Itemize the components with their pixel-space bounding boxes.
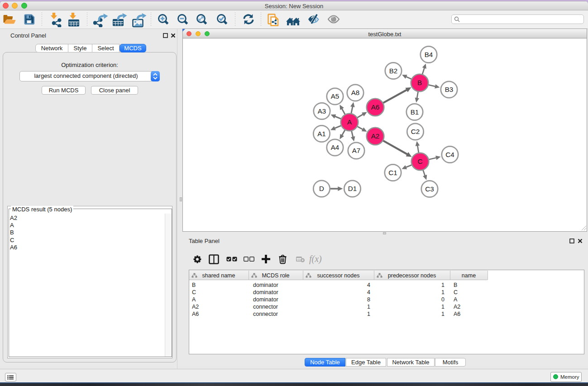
- svg-text:D1: D1: [348, 185, 357, 192]
- svg-text:B1: B1: [411, 108, 419, 116]
- svg-text:C1: C1: [388, 169, 397, 176]
- svg-text:A: A: [347, 118, 352, 126]
- svg-text:A6: A6: [371, 103, 380, 111]
- svg-text:A3: A3: [318, 107, 326, 115]
- svg-text:D: D: [319, 185, 324, 192]
- svg-text:A4: A4: [331, 143, 339, 151]
- svg-text:A2: A2: [371, 132, 380, 140]
- svg-text:C: C: [418, 157, 423, 165]
- svg-text:A5: A5: [331, 92, 339, 100]
- svg-text:C2: C2: [411, 128, 420, 135]
- svg-text:B3: B3: [445, 86, 454, 93]
- svg-text:A8: A8: [351, 89, 360, 96]
- svg-text:B4: B4: [425, 51, 433, 58]
- svg-text:A7: A7: [352, 147, 361, 154]
- svg-text:B: B: [417, 79, 422, 86]
- svg-text:C3: C3: [425, 185, 434, 193]
- svg-text:B2: B2: [389, 67, 398, 75]
- svg-text:C4: C4: [445, 151, 454, 158]
- svg-text:A1: A1: [317, 130, 326, 138]
